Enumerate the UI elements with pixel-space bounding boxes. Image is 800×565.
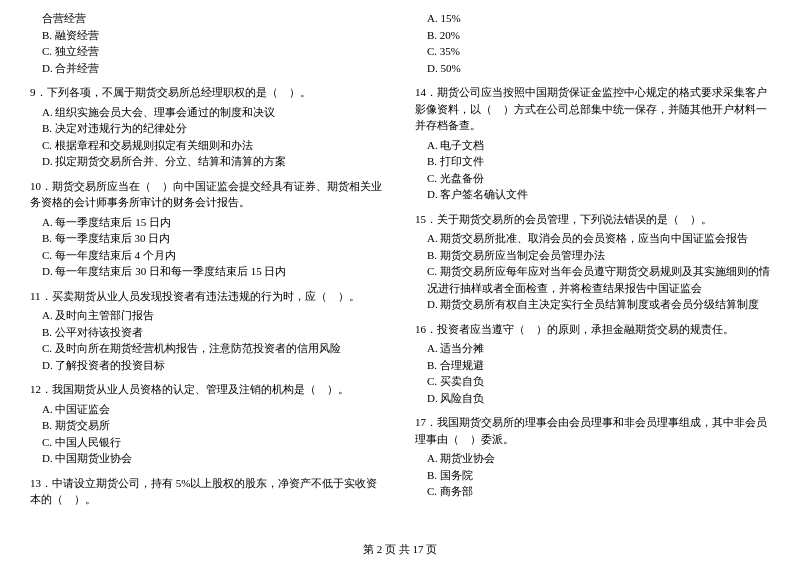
q17-option-b: B. 国务院 [427, 467, 770, 484]
question-text-q14: 14．期货公司应当按照中国期货保证金监控中心规定的格式要求采集客户影像资料，以（… [415, 84, 770, 134]
q11-option-d: D. 了解投资者的投资目标 [42, 357, 385, 374]
question-block-q12: 12．我国期货从业人员资格的认定、管理及注销的机构是（ ）。 A. 中国证监会 … [30, 381, 385, 467]
question-block-q14: 14．期货公司应当按照中国期货保证金监控中心规定的格式要求采集客户影像资料，以（… [415, 84, 770, 203]
question-block-q11: 11．买卖期货从业人员发现投资者有违法违规的行为时，应（ ）。 A. 及时向主管… [30, 288, 385, 374]
question-text-q11: 11．买卖期货从业人员发现投资者有违法违规的行为时，应（ ）。 [30, 288, 385, 305]
question-text-q10: 10．期货交易所应当在（ ）向中国证监会提交经具有证券、期货相关业务资格的会计师… [30, 178, 385, 211]
column-right: A. 15% B. 20% C. 35% D. 50% 14．期货公司应当按照中… [400, 10, 770, 516]
question-text-q17: 17．我国期货交易所的理事会由会员理事和非会员理事组成，其中非会员理事由（ ）委… [415, 414, 770, 447]
q15-option-a: A. 期货交易所批准、取消会员的会员资格，应当向中国证监会报告 [427, 230, 770, 247]
q16-option-b: B. 合理规避 [427, 357, 770, 374]
q9-option-c: C. 根据章程和交易规则拟定有关细则和办法 [42, 137, 385, 154]
q10-option-a: A. 每一季度结束后 15 日内 [42, 214, 385, 231]
q14-option-a: A. 电子文档 [427, 137, 770, 154]
page-container: 合营经营 B. 融资经营 C. 独立经营 D. 合并经营 9．下列各项，不属于期… [0, 0, 800, 565]
page-footer: 第 2 页 共 17 页 [0, 542, 800, 557]
option-d-right-top: D. 50% [427, 60, 770, 77]
q10-option-b: B. 每一季度结束后 30 日内 [42, 230, 385, 247]
q14-option-c: C. 光盘备份 [427, 170, 770, 187]
question-text-q9: 9．下列各项，不属于期货交易所总经理职权的是（ ）。 [30, 84, 385, 101]
q12-option-c: C. 中国人民银行 [42, 434, 385, 451]
question-block-left-top: 合营经营 B. 融资经营 C. 独立经营 D. 合并经营 [30, 10, 385, 76]
q15-option-d: D. 期货交易所有权自主决定实行全员结算制度或者会员分级结算制度 [427, 296, 770, 313]
q11-option-b: B. 公平对待该投资者 [42, 324, 385, 341]
q9-option-a: A. 组织实施会员大会、理事会通过的制度和决议 [42, 104, 385, 121]
question-block-q15: 15．关于期货交易所的会员管理，下列说法错误的是（ ）。 A. 期货交易所批准、… [415, 211, 770, 313]
q16-option-c: C. 买卖自负 [427, 373, 770, 390]
question-text-q15: 15．关于期货交易所的会员管理，下列说法错误的是（ ）。 [415, 211, 770, 228]
question-text-q12: 12．我国期货从业人员资格的认定、管理及注销的机构是（ ）。 [30, 381, 385, 398]
option-b-right-top: B. 20% [427, 27, 770, 44]
q16-option-d: D. 风险自负 [427, 390, 770, 407]
q12-option-a: A. 中国证监会 [42, 401, 385, 418]
q16-option-a: A. 适当分摊 [427, 340, 770, 357]
two-column-layout: 合营经营 B. 融资经营 C. 独立经营 D. 合并经营 9．下列各项，不属于期… [30, 10, 770, 516]
column-left: 合营经营 B. 融资经营 C. 独立经营 D. 合并经营 9．下列各项，不属于期… [30, 10, 400, 516]
q10-option-d: D. 每一年度结束后 30 日和每一季度结束后 15 日内 [42, 263, 385, 280]
q15-option-c: C. 期货交易所应每年应对当年会员遵守期货交易规则及其实施细则的情况进行抽样或者… [427, 263, 770, 296]
question-text-q16: 16．投资者应当遵守（ ）的原则，承担金融期货交易的规责任。 [415, 321, 770, 338]
q14-option-d: D. 客户签名确认文件 [427, 186, 770, 203]
q11-option-a: A. 及时向主管部门报告 [42, 307, 385, 324]
question-block-q17: 17．我国期货交易所的理事会由会员理事和非会员理事组成，其中非会员理事由（ ）委… [415, 414, 770, 500]
question-block-q13: 13．中请设立期货公司，持有 5%以上股权的股东，净资产不低于实收资本的（ ）。 [30, 475, 385, 508]
q11-option-c: C. 及时向所在期货经营机构报告，注意防范投资者的信用风险 [42, 340, 385, 357]
q14-option-b: B. 打印文件 [427, 153, 770, 170]
option-a-left-top: 合营经营 [42, 10, 385, 27]
option-c-right-top: C. 35% [427, 43, 770, 60]
q9-option-b: B. 决定对违规行为的纪律处分 [42, 120, 385, 137]
q17-option-a: A. 期货业协会 [427, 450, 770, 467]
question-text-q13: 13．中请设立期货公司，持有 5%以上股权的股东，净资产不低于实收资本的（ ）。 [30, 475, 385, 508]
option-c-left-top: C. 独立经营 [42, 43, 385, 60]
question-block-q16: 16．投资者应当遵守（ ）的原则，承担金融期货交易的规责任。 A. 适当分摊 B… [415, 321, 770, 407]
question-block-q9: 9．下列各项，不属于期货交易所总经理职权的是（ ）。 A. 组织实施会员大会、理… [30, 84, 385, 170]
question-block-q10: 10．期货交易所应当在（ ）向中国证监会提交经具有证券、期货相关业务资格的会计师… [30, 178, 385, 280]
q10-option-c: C. 每一年度结束后 4 个月内 [42, 247, 385, 264]
option-a-right-top: A. 15% [427, 10, 770, 27]
q12-option-b: B. 期货交易所 [42, 417, 385, 434]
option-d-left-top: D. 合并经营 [42, 60, 385, 77]
question-block-right-top: A. 15% B. 20% C. 35% D. 50% [415, 10, 770, 76]
q9-option-d: D. 拟定期货交易所合并、分立、结算和清算的方案 [42, 153, 385, 170]
q17-option-c: C. 商务部 [427, 483, 770, 500]
option-b-left-top: B. 融资经营 [42, 27, 385, 44]
q12-option-d: D. 中国期货业协会 [42, 450, 385, 467]
page-number: 第 2 页 共 17 页 [363, 543, 437, 555]
q15-option-b: B. 期货交易所应当制定会员管理办法 [427, 247, 770, 264]
